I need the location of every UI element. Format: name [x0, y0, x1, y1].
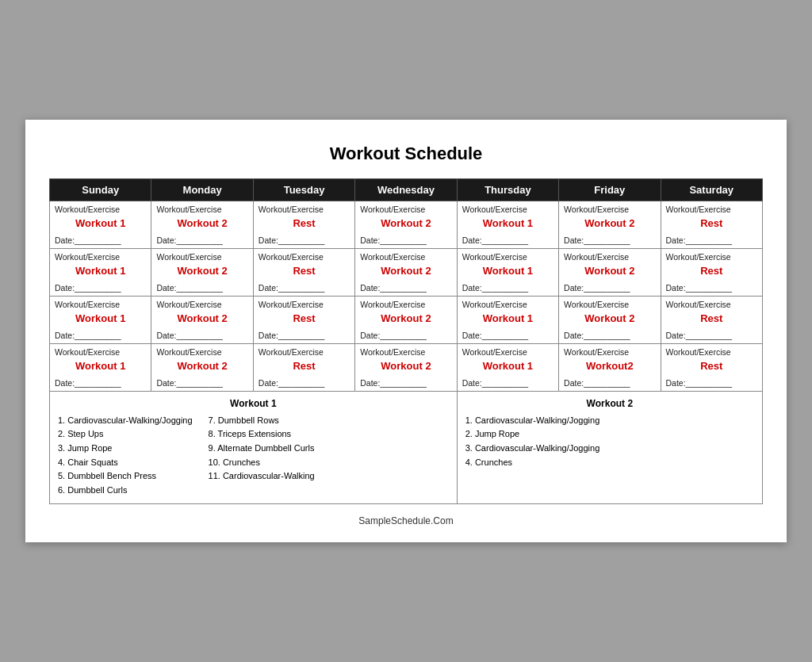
workout-name: Workout 1	[55, 360, 146, 372]
workout-exercise-label: Workout/Exercise	[666, 205, 731, 214]
date-line: Date:__________	[666, 283, 733, 293]
week-row-3: Workout/Exercise Workout 1 Date:________…	[50, 296, 763, 343]
cell-week2-day7: Workout/Exercise Rest Date:__________	[661, 248, 762, 296]
date-line: Date:__________	[462, 331, 529, 340]
date-line: Date:__________	[666, 378, 733, 388]
legend-item: 3. Cardiovascular-Walking/Jogging	[465, 442, 600, 456]
cell-week4-day6: Workout/Exercise Workout2 Date:_________…	[559, 343, 661, 391]
legend-workout1-col2: 7. Dumbbell Rows8. Triceps Extensions9. …	[209, 414, 335, 484]
header-thursday: Thursday	[457, 178, 558, 201]
date-line: Date:__________	[259, 235, 325, 245]
workout-name: Workout 2	[156, 265, 247, 277]
workout-exercise-label: Workout/Exercise	[55, 252, 120, 262]
page: Workout Schedule SundayMondayTuesdayWedn…	[25, 120, 787, 543]
workout-exercise-label: Workout/Exercise	[156, 252, 221, 262]
workout-name: Workout 2	[156, 217, 247, 229]
legend-item: 9. Alternate Dumbbell Curls	[209, 442, 335, 456]
date-line: Date:__________	[360, 331, 427, 340]
workout-exercise-label: Workout/Exercise	[259, 252, 324, 262]
cell-week3-day3: Workout/Exercise Rest Date:__________	[253, 296, 354, 343]
date-line: Date:__________	[55, 378, 121, 388]
legend-item: 5. Dumbbell Bench Press	[58, 469, 193, 484]
date-line: Date:__________	[156, 283, 223, 293]
date-line: Date:__________	[666, 235, 733, 245]
workout-exercise-label: Workout/Exercise	[360, 300, 425, 309]
cell-week2-day3: Workout/Exercise Rest Date:__________	[253, 248, 354, 296]
workout-name: Workout 2	[564, 265, 655, 277]
cell-week4-day1: Workout/Exercise Workout 1 Date:________…	[50, 343, 151, 391]
workout-exercise-label: Workout/Exercise	[666, 347, 731, 357]
workout-name: Rest	[259, 360, 350, 372]
date-line: Date:__________	[666, 331, 733, 340]
date-line: Date:__________	[564, 331, 630, 340]
cell-week1-day5: Workout/Exercise Workout 1 Date:________…	[457, 201, 558, 248]
workout-exercise-label: Workout/Exercise	[259, 205, 324, 214]
header-wednesday: Wednesday	[355, 178, 457, 201]
workout-name: Rest	[666, 265, 757, 277]
cell-week3-day2: Workout/Exercise Workout 2 Date:________…	[151, 296, 253, 343]
workout-name: Workout 2	[156, 312, 247, 324]
cell-week1-day3: Workout/Exercise Rest Date:__________	[253, 201, 354, 248]
workout-name: Workout 1	[55, 312, 146, 324]
legend-item: 11. Cardiovascular-Walking	[209, 469, 335, 484]
header-tuesday: Tuesday	[253, 178, 354, 201]
legend-item: 1. Cardiovascular-Walking/Jogging	[58, 414, 193, 428]
legend-workout2-col1: 1. Cardiovascular-Walking/Jogging2. Jump…	[465, 414, 600, 469]
legend-item: 10. Crunches	[209, 456, 335, 470]
cell-week2-day4: Workout/Exercise Workout 2 Date:________…	[355, 248, 457, 296]
cell-week3-day5: Workout/Exercise Workout 1 Date:________…	[457, 296, 558, 343]
cell-week3-day6: Workout/Exercise Workout 2 Date:________…	[559, 296, 661, 343]
workout-exercise-label: Workout/Exercise	[360, 205, 425, 214]
workout-name: Workout 1	[462, 360, 553, 372]
date-line: Date:__________	[259, 378, 325, 388]
date-line: Date:__________	[462, 283, 529, 293]
workout-name: Rest	[666, 360, 757, 372]
cell-week3-day1: Workout/Exercise Workout 1 Date:________…	[50, 296, 151, 343]
legend-item: 2. Jump Rope	[465, 427, 600, 442]
workout-name: Workout 1	[462, 217, 553, 229]
workout-exercise-label: Workout/Exercise	[156, 205, 221, 214]
workout-exercise-label: Workout/Exercise	[666, 300, 731, 309]
legend-workout2-title: Workout 2	[465, 398, 754, 409]
date-line: Date:__________	[564, 235, 630, 245]
week-row-1: Workout/Exercise Workout 1 Date:________…	[50, 201, 763, 248]
workout-exercise-label: Workout/Exercise	[564, 252, 629, 262]
header-monday: Monday	[151, 178, 253, 201]
cell-week3-day4: Workout/Exercise Workout 2 Date:________…	[355, 296, 457, 343]
cell-week1-day2: Workout/Exercise Workout 2 Date:________…	[151, 201, 253, 248]
workout-exercise-label: Workout/Exercise	[462, 252, 527, 262]
cell-week1-day6: Workout/Exercise Workout 2 Date:________…	[559, 201, 661, 248]
workout-exercise-label: Workout/Exercise	[156, 300, 221, 309]
workout-exercise-label: Workout/Exercise	[564, 300, 629, 309]
header-saturday: Saturday	[661, 178, 762, 201]
workout-exercise-label: Workout/Exercise	[564, 347, 629, 357]
date-line: Date:__________	[259, 283, 325, 293]
page-title: Workout Schedule	[49, 143, 763, 164]
workout-name: Workout 2	[156, 360, 247, 372]
workout-exercise-label: Workout/Exercise	[360, 252, 425, 262]
workout-exercise-label: Workout/Exercise	[564, 205, 629, 214]
workout-name: Rest	[666, 312, 757, 324]
workout-name: Workout2	[564, 360, 655, 372]
legend-workout1-title: Workout 1	[58, 398, 449, 409]
legend-item: 4. Chair Squats	[58, 456, 193, 470]
date-line: Date:__________	[462, 235, 529, 245]
date-line: Date:__________	[360, 283, 427, 293]
header-sunday: Sunday	[50, 178, 151, 201]
workout-name: Rest	[259, 265, 350, 277]
cell-week1-day7: Workout/Exercise Rest Date:__________	[661, 201, 762, 248]
week-row-2: Workout/Exercise Workout 1 Date:________…	[50, 248, 763, 296]
workout-name: Workout 1	[462, 265, 553, 277]
legend-row: Workout 1 1. Cardiovascular-Walking/Jogg…	[50, 391, 763, 504]
date-line: Date:__________	[360, 235, 427, 245]
legend-item: 3. Jump Rope	[58, 442, 193, 456]
cell-week2-day1: Workout/Exercise Workout 1 Date:________…	[50, 248, 151, 296]
workout-name: Workout 2	[564, 312, 655, 324]
workout-name: Workout 1	[55, 265, 146, 277]
legend-item: 8. Triceps Extensions	[209, 427, 335, 442]
cell-week2-day2: Workout/Exercise Workout 2 Date:________…	[151, 248, 253, 296]
date-line: Date:__________	[259, 331, 325, 340]
week-row-4: Workout/Exercise Workout 1 Date:________…	[50, 343, 763, 391]
workout-exercise-label: Workout/Exercise	[666, 252, 731, 262]
cell-week4-day3: Workout/Exercise Rest Date:__________	[253, 343, 354, 391]
